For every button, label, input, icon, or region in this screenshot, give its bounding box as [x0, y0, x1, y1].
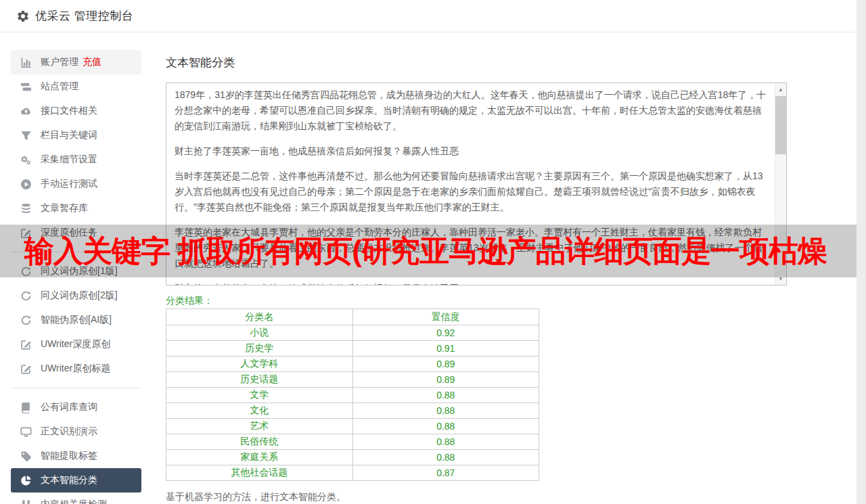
pie-chart-icon [20, 475, 32, 486]
sidebar-item-public-lexicon[interactable]: 公有词库查询 [11, 395, 141, 419]
confidence-cell: 0.88 [352, 434, 539, 450]
edit-icon [20, 339, 32, 350]
table-row: 文化 0.88 [166, 403, 539, 419]
tag-icon [20, 451, 32, 462]
classification-results-table: 分类名 置信度 小说 0.92 历史学 0.91 人文学科 0.89 历史话题 … [166, 308, 539, 481]
category-cell: 家庭关系 [166, 450, 353, 465]
sidebar-item-label: 同义词伪原创[2版] [41, 290, 118, 302]
sidebar-item-smart-tag-extract[interactable]: 智能提取标签 [11, 444, 141, 468]
column-header-confidence: 置信度 [352, 309, 539, 325]
confidence-cell: 0.87 [352, 465, 539, 481]
window-edge-strip [857, 0, 866, 504]
watermark-overlay-band: 输入关键字 抓取所有网页(研究亚马逊产品详细页面是一项枯燥 [0, 225, 857, 277]
confidence-cell: 0.91 [352, 341, 539, 357]
sidebar-item-label: 正文识别演示 [41, 426, 97, 438]
sidebar-item-uwriter-deep-original[interactable]: UWriter深度原创 [11, 332, 141, 357]
sidebar-item-label: 站点管理 [41, 81, 78, 93]
confidence-cell: 0.89 [352, 372, 539, 388]
refresh-icon [20, 290, 32, 302]
table-row: 艺术 0.88 [166, 419, 539, 434]
book-icon [20, 402, 32, 413]
textarea-paragraph: 1879年，31岁的李莲英出任储秀宫四品花翎总管，成为慈禧身边的大红人。这年春天… [175, 87, 771, 134]
sidebar-item-label: 智能伪原创[AI版] [41, 314, 112, 326]
category-cell: 历史话题 [166, 372, 353, 388]
sidebar-item-collection-settings[interactable]: 采集细节设置 [11, 147, 141, 172]
sidebar-item-label: 账户管理 [41, 56, 78, 68]
sidebar-divider [11, 388, 141, 388]
top-header: 优采云 管理控制台 [0, 0, 857, 32]
results-label: 分类结果： [166, 295, 213, 307]
sidebar-item-article-storage[interactable]: 文章暂存库 [11, 196, 141, 221]
table-row: 历史学 0.91 [166, 341, 539, 357]
table-row: 历史话题 0.89 [166, 372, 539, 388]
scrollbar-thumb[interactable] [775, 96, 786, 154]
page-title: 文本智能分类 [166, 55, 235, 70]
sidebar-item-label: UWriter原创标题 [41, 363, 110, 375]
sidebar-item-ai-rewrite[interactable]: 智能伪原创[AI版] [11, 308, 141, 332]
magnet-icon [20, 499, 32, 504]
table-row: 文学 0.88 [166, 388, 539, 403]
table-row: 民俗传统 0.88 [166, 434, 539, 450]
sidebar-item-label: 接口文件相关 [41, 105, 97, 117]
confidence-cell: 0.88 [352, 403, 539, 419]
watermark-text: 输入关键字 抓取所有网页(研究亚马逊产品详细页面是一项枯燥 [24, 231, 827, 271]
sidebar-item-sites[interactable]: 站点管理 [11, 74, 141, 99]
footer-note: 基于机器学习的方法，进行文本智能分类。 [166, 491, 346, 503]
play-icon [20, 179, 32, 190]
confidence-cell: 0.92 [352, 325, 539, 341]
category-cell: 艺术 [166, 419, 353, 434]
sidebar-item-label: 公有词库查询 [41, 401, 97, 413]
column-header-category: 分类名 [166, 309, 353, 325]
table-header-row: 分类名 置信度 [166, 309, 539, 325]
table-row: 家庭关系 0.88 [166, 450, 539, 465]
table-row: 其他社会话题 0.87 [166, 465, 539, 481]
textarea-paragraph: 财主抢了李莲英家一亩地，他成慈禧亲信后如何报复？暴露人性丑恶 [175, 143, 771, 159]
sidebar-item-content-recognition-demo[interactable]: 正文识别演示 [11, 419, 141, 444]
gears-icon [20, 154, 32, 166]
sidebar-item-uwriter-original-title[interactable]: UWriter原创标题 [11, 357, 141, 381]
cloud-upload-icon [20, 106, 32, 117]
server-icon [20, 81, 32, 93]
sidebar-item-label: 文章暂存库 [41, 202, 88, 214]
textarea-paragraph: 当时李莲英还是二总管，这件事他再清楚不过。那么他为何还要冒险向慈禧请求出宫呢？主… [175, 168, 771, 215]
sidebar-item-label: 栏目与关键词 [41, 129, 97, 141]
sidebar-item-synonym-rewrite-v2[interactable]: 同义词伪原创[2版] [11, 283, 141, 308]
sidebar-item-text-classification[interactable]: 文本智能分类 [11, 468, 141, 492]
sidebar-item-label: 内容相关度检测 [41, 499, 107, 504]
filter-icon [20, 130, 32, 141]
confidence-cell: 0.89 [352, 357, 539, 372]
monitor-icon [20, 426, 32, 438]
sidebar-item-label: 手动运行测试 [41, 178, 97, 190]
category-cell: 小说 [166, 325, 353, 341]
sidebar-item-label: 智能提取标签 [41, 450, 97, 462]
edit-icon [20, 363, 32, 375]
app-title: 优采云 管理控制台 [35, 8, 133, 24]
confidence-cell: 0.88 [352, 388, 539, 403]
database-icon [20, 203, 32, 214]
category-cell: 民俗传统 [166, 434, 353, 450]
recharge-badge[interactable]: 充值 [83, 56, 101, 68]
app-window: 优采云 管理控制台 账户管理 充值 站点管理 接口文件相关 [0, 0, 857, 504]
table-row: 小说 0.92 [166, 325, 539, 341]
sidebar-item-interface-files[interactable]: 接口文件相关 [11, 99, 141, 123]
sidebar-item-label: UWriter深度原创 [41, 338, 110, 350]
confidence-cell: 0.88 [352, 419, 539, 434]
gear-icon [16, 9, 30, 23]
sidebar-item-manual-run-test[interactable]: 手动运行测试 [11, 172, 141, 196]
scrollbar-up-arrow[interactable]: ▲ [775, 84, 786, 95]
sidebar-item-label: 文本智能分类 [41, 474, 97, 486]
textarea-paragraph: 财主抢了李莲英家一亩地，他成慈禧亲信后如何报复？暴露人性丑恶 [175, 281, 771, 285]
category-cell: 人文学科 [166, 357, 353, 372]
table-row: 人文学科 0.89 [166, 357, 539, 372]
sidebar-item-label: 采集细节设置 [41, 154, 97, 166]
sidebar-item-columns-keywords[interactable]: 栏目与关键词 [11, 123, 141, 147]
category-cell: 文学 [166, 388, 353, 403]
confidence-cell: 0.88 [352, 450, 539, 465]
bar-chart-icon [20, 57, 32, 68]
category-cell: 其他社会话题 [166, 465, 353, 481]
sidebar-item-content-relevance[interactable]: 内容相关度检测 [11, 492, 141, 504]
sidebar-item-account[interactable]: 账户管理 充值 [11, 50, 141, 74]
category-cell: 文化 [166, 403, 353, 419]
refresh-icon [20, 315, 32, 326]
category-cell: 历史学 [166, 341, 353, 357]
